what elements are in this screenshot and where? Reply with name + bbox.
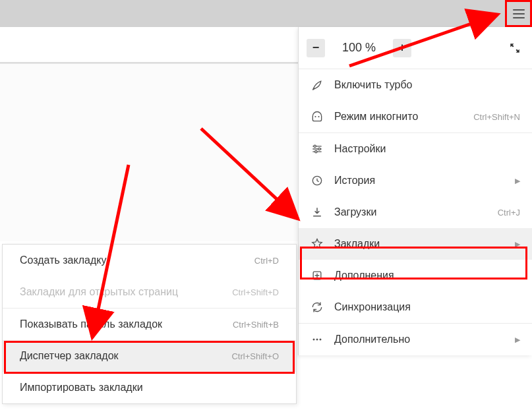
submenu-label: Показывать панель закладок: [20, 318, 225, 330]
menu-item-more[interactable]: Дополнительно ▶: [299, 324, 532, 355]
submenu-shortcut: Ctrl+D: [254, 256, 279, 266]
submenu-shortcut: Ctrl+Shift+B: [233, 320, 279, 330]
menu-label: Загрузки: [334, 206, 487, 218]
submenu-label: Закладки для открытых страниц: [20, 286, 224, 298]
page-tab-area: [0, 27, 298, 63]
chevron-right-icon: ▶: [515, 336, 520, 344]
menu-label: Включить турбо: [334, 79, 520, 91]
svg-point-4: [315, 151, 317, 153]
sliders-icon: [310, 142, 324, 156]
window-titlebar: [0, 0, 532, 27]
menu-label: Настройки: [334, 143, 520, 155]
chevron-right-icon: ▶: [515, 240, 520, 249]
addons-icon: [310, 269, 324, 282]
submenu-item-create-bookmark[interactable]: Создать закладку Ctrl+D: [3, 245, 296, 276]
download-icon: [310, 206, 324, 219]
star-icon: [310, 237, 324, 250]
submenu-item-import-bookmarks[interactable]: Импортировать закладки: [3, 372, 296, 403]
submenu-item-show-bookmarks-bar[interactable]: Показывать панель закладок Ctrl+Shift+B: [3, 309, 296, 340]
main-menu: − 100 % + Включить турбо Режим инкогнито…: [298, 27, 532, 355]
menu-label: Закладки: [334, 238, 500, 250]
zoom-in-button[interactable]: +: [393, 39, 411, 57]
bookmarks-submenu: Создать закладку Ctrl+D Закладки для отк…: [2, 244, 297, 404]
dots-icon: [310, 333, 324, 346]
submenu-label: Импортировать закладки: [20, 382, 279, 394]
menu-item-history[interactable]: История ▶: [299, 165, 532, 196]
fullscreen-icon: [509, 42, 521, 54]
svg-point-8: [316, 339, 318, 341]
svg-point-3: [318, 148, 320, 150]
svg-point-2: [314, 145, 316, 147]
menu-item-settings[interactable]: Настройки: [299, 133, 532, 165]
menu-label: Дополнения: [334, 270, 520, 281]
sync-icon: [310, 301, 324, 314]
menu-item-turbo[interactable]: Включить турбо: [299, 69, 532, 101]
menu-label: Дополнительно: [334, 334, 500, 345]
fullscreen-button[interactable]: [506, 39, 524, 57]
clock-icon: [310, 174, 324, 187]
svg-point-1: [318, 116, 319, 117]
menu-item-downloads[interactable]: Загрузки Ctrl+J: [299, 196, 532, 228]
menu-item-sync[interactable]: Синхронизация: [299, 291, 532, 323]
submenu-item-bookmark-manager[interactable]: Диспетчер закладок Ctrl+Shift+O: [3, 340, 296, 372]
menu-item-incognito[interactable]: Режим инкогнито Ctrl+Shift+N: [299, 101, 532, 132]
svg-point-0: [314, 116, 316, 117]
chevron-right-icon: ▶: [515, 177, 520, 185]
submenu-label: Создать закладку: [20, 254, 247, 266]
incognito-icon: [310, 110, 324, 123]
svg-point-7: [313, 339, 315, 341]
zoom-value: 100 %: [342, 41, 376, 55]
zoom-row: − 100 % +: [299, 27, 532, 69]
submenu-item-bookmark-open-tabs[interactable]: Закладки для открытых страниц Ctrl+Shift…: [3, 276, 296, 308]
menu-label: Режим инкогнито: [334, 111, 463, 123]
page-content-placeholder: [0, 63, 298, 241]
submenu-shortcut: Ctrl+Shift+D: [232, 287, 279, 297]
main-menu-button[interactable]: [505, 0, 532, 27]
svg-point-9: [320, 339, 322, 341]
menu-shortcut: Ctrl+J: [498, 208, 520, 218]
menu-label: История: [334, 175, 500, 187]
zoom-out-button[interactable]: −: [307, 39, 325, 57]
submenu-shortcut: Ctrl+Shift+O: [231, 351, 279, 361]
menu-item-bookmarks[interactable]: Закладки ▶: [299, 228, 532, 260]
menu-label: Синхронизация: [334, 301, 520, 313]
hamburger-icon: [513, 9, 525, 18]
rocket-icon: [310, 78, 324, 92]
menu-item-addons[interactable]: Дополнения: [299, 260, 532, 291]
submenu-label: Диспетчер закладок: [20, 350, 223, 362]
menu-shortcut: Ctrl+Shift+N: [473, 112, 520, 122]
